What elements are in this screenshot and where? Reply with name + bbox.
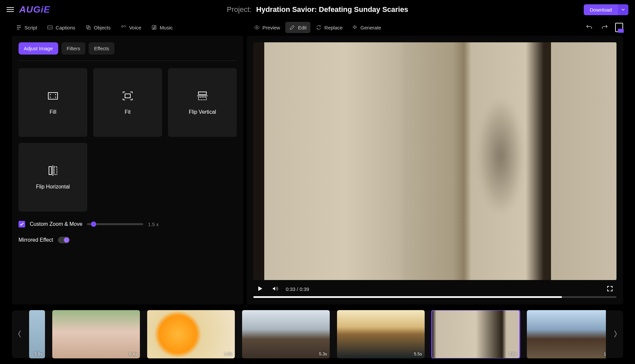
- objects-icon: [85, 24, 91, 30]
- zoom-slider[interactable]: [87, 223, 143, 225]
- time-display: 0:33 / 0:39: [286, 286, 309, 292]
- option-fill[interactable]: Fill: [19, 68, 87, 137]
- project-name[interactable]: Hydration Savior: Defeating Sunday Scari…: [256, 5, 408, 14]
- adjust-panel: Adjust Image Filters Effects Fill Fit: [12, 36, 243, 304]
- eye-icon: [254, 24, 260, 30]
- play-icon: [257, 285, 263, 292]
- timeline-clip[interactable]: 6.4s: [52, 310, 140, 358]
- volume-button[interactable]: [271, 284, 280, 294]
- mirrored-toggle[interactable]: [58, 237, 70, 243]
- fullscreen-icon: [607, 285, 613, 292]
- video-preview[interactable]: [253, 42, 616, 280]
- undo-button[interactable]: [585, 22, 594, 33]
- project-title: Project: Hydration Savior: Defeating Sun…: [227, 5, 408, 14]
- redo-icon: [601, 24, 608, 30]
- fullscreen-button[interactable]: [605, 284, 614, 294]
- timeline-clip[interactable]: 3.8s: [432, 310, 520, 358]
- svg-point-3: [122, 26, 123, 27]
- tab-filters[interactable]: Filters: [62, 42, 86, 55]
- chevron-down-icon: [621, 8, 625, 12]
- svg-rect-8: [48, 93, 58, 99]
- voice-icon: [120, 24, 126, 30]
- tool-generate[interactable]: Generate: [348, 22, 385, 33]
- pencil-icon: [289, 24, 295, 30]
- flip-horizontal-icon: [47, 165, 59, 177]
- preview-panel: 0:33 / 0:39: [247, 36, 623, 304]
- tool-voice[interactable]: Voice: [116, 22, 145, 33]
- tool-objects[interactable]: Objects: [81, 22, 115, 33]
- timeline-clip[interactable]: 1.9s: [147, 310, 235, 358]
- tab-adjust-image[interactable]: Adjust Image: [19, 42, 58, 55]
- svg-point-7: [256, 27, 258, 28]
- svg-rect-14: [198, 92, 206, 95]
- svg-point-5: [153, 28, 154, 29]
- aspect-button[interactable]: [615, 23, 623, 32]
- tool-script[interactable]: Script: [12, 22, 41, 33]
- progress-bar[interactable]: [253, 296, 616, 298]
- timeline-clip[interactable]: 1.9s: [527, 310, 606, 358]
- tab-effects[interactable]: Effects: [89, 42, 114, 55]
- option-flip-vertical[interactable]: Flip Vertical: [168, 68, 237, 137]
- svg-point-11: [50, 97, 51, 98]
- timeline: 3.9s 6.4s 1.9s 5.3s 5.5s 3.8s 1.9s: [12, 310, 623, 358]
- timeline-clip[interactable]: 3.9s: [29, 310, 45, 358]
- download-button[interactable]: Download: [584, 4, 618, 15]
- svg-rect-4: [152, 25, 156, 29]
- sparkle-icon: [352, 24, 358, 30]
- logo: AUGiE: [19, 4, 50, 15]
- chevron-left-icon: [17, 329, 22, 339]
- svg-point-12: [55, 97, 56, 98]
- svg-point-6: [154, 28, 155, 29]
- zoom-label: Custom Zoom & Move: [30, 221, 82, 227]
- svg-rect-15: [198, 97, 206, 100]
- tool-replace[interactable]: Replace: [312, 22, 347, 33]
- mirrored-label: Mirrored Effect: [19, 237, 53, 243]
- svg-point-9: [50, 94, 51, 95]
- flip-vertical-icon: [196, 90, 208, 102]
- replace-icon: [316, 24, 322, 30]
- fill-icon: [47, 90, 59, 102]
- zoom-value: 1.5 x: [148, 222, 159, 227]
- captions-icon: [47, 24, 53, 30]
- svg-rect-17: [54, 167, 57, 175]
- svg-rect-16: [49, 167, 52, 175]
- zoom-checkbox[interactable]: [19, 221, 25, 227]
- timeline-clip[interactable]: 5.3s: [242, 310, 330, 358]
- tool-music[interactable]: Music: [147, 22, 177, 33]
- timeline-clip[interactable]: 5.5s: [337, 310, 425, 358]
- timeline-prev[interactable]: [17, 323, 22, 346]
- script-icon: [16, 24, 22, 30]
- tool-captions[interactable]: Captions: [43, 22, 79, 33]
- tool-edit[interactable]: Edit: [285, 22, 311, 33]
- svg-rect-0: [48, 26, 52, 29]
- menu-button[interactable]: [7, 7, 14, 12]
- play-button[interactable]: [255, 284, 265, 294]
- project-label: Project:: [227, 5, 252, 14]
- check-icon: [20, 222, 24, 226]
- chevron-right-icon: [613, 329, 618, 339]
- svg-rect-13: [125, 94, 130, 98]
- music-icon: [151, 24, 157, 30]
- download-caret[interactable]: [618, 4, 628, 15]
- option-fit[interactable]: Fit: [93, 68, 162, 137]
- redo-button[interactable]: [600, 22, 609, 33]
- svg-point-10: [55, 94, 56, 95]
- undo-icon: [586, 24, 593, 30]
- tool-preview[interactable]: Preview: [250, 22, 284, 33]
- fit-icon: [122, 90, 134, 102]
- volume-icon: [272, 285, 278, 292]
- option-flip-horizontal[interactable]: Flip Horizontal: [19, 143, 87, 212]
- timeline-next[interactable]: [613, 323, 618, 346]
